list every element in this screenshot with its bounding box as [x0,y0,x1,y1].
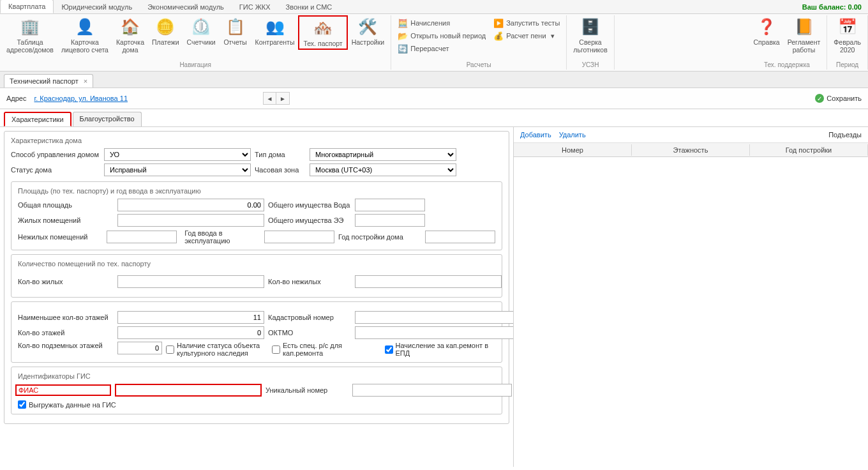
btn-payments[interactable]: 🪙Платежи [148,15,183,47]
btn-regulation[interactable]: 📙Регламент работы [784,15,825,55]
input-oktmo[interactable] [355,326,513,339]
chk-spec-account[interactable] [272,345,280,354]
btn-personal-card[interactable]: 👤Карточка лицевого счета [57,15,112,55]
help-icon: ❓ [756,17,777,37]
input-count-nonliving[interactable] [355,275,502,288]
legend-gis: Идентификаторы ГИС [15,372,93,380]
label-year-build: Год постройки дома [338,233,421,241]
btn-settings[interactable]: 🛠️Настройки [348,15,389,47]
ribbon-tab-legal[interactable]: Юридический модуль [54,1,140,13]
btn-period[interactable]: 📅Февраль 2020 [830,15,865,55]
table-header: Номер Этажность Год постройки [514,143,868,157]
label-floors: Кол-во этажей [18,329,114,337]
input-cadastral[interactable] [355,311,513,324]
input-count-living[interactable] [117,275,264,288]
doc-tab-title: Технический паспорт [10,77,79,85]
btn-open-period[interactable]: 📂Открыть новый период [398,31,486,41]
btn-house-card[interactable]: 🏠Карточка дома [112,15,148,55]
input-common-water[interactable] [355,199,425,211]
col-floors[interactable]: Этажность [632,144,750,156]
label-count-nonliving: Кол-во нежилых [268,278,351,285]
input-common-ee[interactable] [355,214,425,227]
label-nonliving-area: Нежилых помещений [18,233,103,241]
input-total-area[interactable] [117,199,264,211]
doc-tab-tech-passport[interactable]: Технический паспорт × [4,74,93,87]
label-min-floors: Наименьшее кол-во этажей [18,314,114,321]
input-unique-number[interactable] [352,384,512,397]
ribbon-group-label-help: Тех. поддержка [749,60,824,70]
select-manage-method[interactable]: УО [104,148,251,161]
input-min-floors[interactable] [117,311,264,324]
money-icon: 💰 [493,31,504,41]
btn-del-entrance[interactable]: Удалить [559,131,586,139]
select-house-type[interactable]: Многоквартирный [310,148,456,161]
ribbon-tab-calls[interactable]: Звонки и СМС [278,1,340,13]
ribbon-group-label-uszn: УСЗН [569,60,611,70]
btn-run-tests[interactable]: ▶️Запустить тесты [493,18,560,28]
close-icon[interactable]: × [84,77,87,85]
select-timezone[interactable]: Москва (UTC+03) [310,163,456,176]
house-passport-icon: 🏘️ [313,18,333,38]
label-fias: ФИАС [15,384,111,396]
input-year-build[interactable] [425,231,495,243]
input-nonliving-area[interactable] [107,231,177,243]
right-panel: Добавить Удалить Подъезды Номер Этажност… [513,127,868,467]
save-button[interactable]: ✓ Сохранить [815,94,862,103]
chk-capital-repair[interactable] [385,345,393,354]
btn-contragents[interactable]: 👥Контрагенты [251,15,299,47]
balance-label: Ваш баланс: 0.00 [796,1,868,13]
ribbon-group-period: 📅Февраль 2020 Период [827,15,868,70]
col-number[interactable]: Номер [514,144,632,156]
address-nav: ◄ ► [263,92,290,105]
main-area: Характеристика дома Способ управления до… [0,127,868,467]
next-button[interactable]: ► [276,93,289,104]
ribbon-group-help: ❓Справка 📙Регламент работы Тех. поддержк… [747,15,827,70]
fieldset-area: Площадь (по тех. паспорту) и год ввода в… [11,181,502,250]
address-bar: Адрес г. Краснодар, ул. Иванова 11 ◄ ► ✓… [0,88,868,109]
btn-add-entrance[interactable]: Добавить [520,131,551,139]
tools-icon: 🛠️ [357,17,378,37]
btn-counters[interactable]: ⏲️Счетчики [183,15,220,47]
col-year[interactable]: Год постройки [750,144,868,156]
label-unique-number: Уникальный номер [266,386,348,394]
select-house-status[interactable]: Исправный [104,163,251,176]
legend-area: Площадь (по тех. паспорту) и год ввода в… [15,187,204,195]
fieldset-count: Количество помещений по тех. паспорту Ко… [11,254,502,298]
right-panel-title: Подъезды [828,131,862,139]
label-house-status: Статус дома [11,166,100,174]
btn-help[interactable]: ❓Справка [749,15,783,47]
book-icon: 📙 [794,17,814,37]
btn-penalty[interactable]: 💰Расчет пени ▾ [493,31,560,41]
btn-accruals[interactable]: 🧮Начисления [398,18,486,28]
chk-export-gis[interactable] [18,400,26,409]
ribbon-tab-gis[interactable]: ГИС ЖКХ [232,1,278,13]
address-link[interactable]: г. Краснодар, ул. Иванова 11 [34,95,128,102]
buildings-icon: 🏢 [20,17,40,37]
input-living-area[interactable] [117,214,264,227]
prev-button[interactable]: ◄ [264,93,276,104]
btn-tech-passport[interactable]: 🏘️Тех. паспорт [298,15,347,50]
label-spec-account: Есть спец. р/с для кап.ремонта [283,342,376,357]
sub-tabs: Характеристики Благоустройство [0,109,868,127]
label-common-ee: Общего имущества ЭЭ [268,216,351,224]
label-common-water: Общего имущества Вода [268,201,351,209]
label-cadastral: Кадастровый номер [268,314,351,321]
play-icon: ▶️ [493,18,504,28]
refresh-icon: 🔄 [398,43,408,54]
entrances-table: Номер Этажность Год постройки [514,143,868,467]
ribbon-tab-kvartplata[interactable]: Квартплата [0,0,54,13]
btn-address-table[interactable]: 🏢Таблица адресов/домов [3,15,57,55]
btn-recalc[interactable]: 🔄Перерасчет [398,43,486,54]
subtab-improvement[interactable]: Благоустройство [73,112,142,126]
ribbon-tab-economic[interactable]: Экономический модуль [140,1,232,13]
chk-heritage[interactable] [166,345,174,354]
input-fias[interactable] [115,384,262,397]
input-year-commission[interactable] [264,231,334,243]
input-floors[interactable] [117,326,264,339]
btn-uszn[interactable]: 🗄️Сверка льготников [569,15,611,55]
input-underground[interactable] [117,342,162,354]
btn-reports[interactable]: 📋Отчеты [220,15,251,47]
subtab-characteristics[interactable]: Характеристики [4,112,71,126]
calendar-open-icon: 📂 [398,31,408,41]
label-timezone: Часовая зона [255,166,306,174]
